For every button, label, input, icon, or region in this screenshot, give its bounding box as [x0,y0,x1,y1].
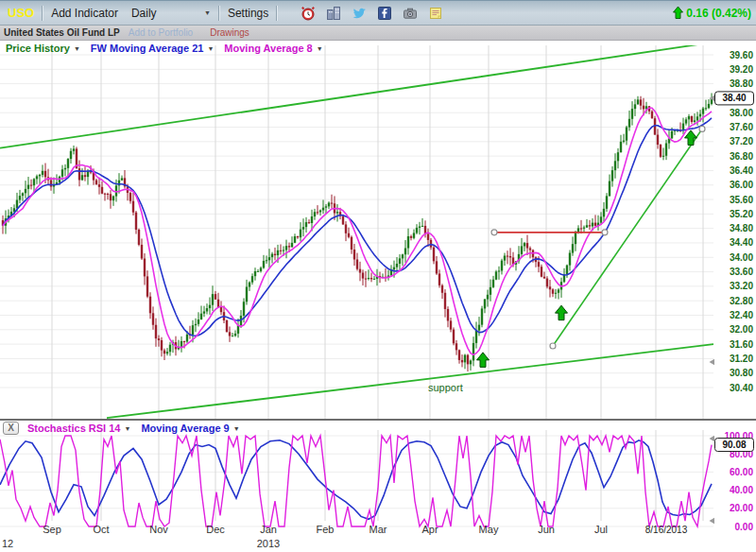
indicator-stochastics-rsi-14[interactable]: Stochastics RSI 14 ▼ [27,423,130,434]
candle-body [433,248,435,262]
candle-body [611,170,613,181]
stoch-tick-label: 40.00 [730,485,753,495]
price-tick-label: 39.20 [730,64,753,75]
settings-button[interactable]: Settings [228,7,268,20]
candle-body [402,254,404,258]
stoch-rsi-line [0,436,712,526]
drawings-link[interactable]: Drawings [210,27,249,38]
candle-body [232,336,233,336]
month-label: Jun [538,524,555,535]
chevron-down-icon: ▼ [317,45,323,52]
candle-body [336,212,338,213]
timeframe-value: Daily [131,7,157,20]
candle-body [589,225,591,226]
candle-body [302,227,304,230]
candle-body [308,222,310,223]
candle-body [351,237,352,250]
symbol-ticker[interactable]: USO [8,6,34,20]
snapshot-icon[interactable] [402,5,418,21]
indicator-label: Moving Average 9 [141,423,229,434]
candle-body [195,324,197,325]
up-arrow-annotation[interactable] [477,353,490,368]
chart-canvas[interactable]: support39.6039.2038.8038.4038.0037.6037.… [0,0,756,552]
month-label: Nov [149,524,168,535]
candle-body [699,114,701,117]
candle-body [110,194,112,200]
ma21-line[interactable] [3,118,712,336]
candle-body [628,119,630,128]
month-label: Jul [594,524,608,535]
candle-body [42,171,43,175]
candle-body [447,309,449,320]
candle-body [705,108,707,109]
symbol-bar: United States Oil Fund LP Add to Portfol… [0,26,756,41]
candle-body [25,189,26,193]
candle-body [155,325,157,338]
candle-body [696,116,698,120]
candle-body [237,325,239,334]
indicator-moving-average-8[interactable]: Moving Average 8 ▼ [224,43,322,54]
candle-body [257,271,259,272]
line-handle[interactable] [699,126,705,131]
timeframe-dropdown[interactable]: Daily ▼ [131,7,211,20]
upper-channel-line[interactable] [0,43,713,148]
candle-body [297,236,299,237]
facebook-icon[interactable] [376,5,392,21]
close-pane-button[interactable]: X [3,422,19,435]
up-arrow-annotation[interactable] [685,130,697,146]
candle-body [450,320,452,329]
candle-body [280,250,282,251]
stoch-ma9-line [0,440,712,520]
indicator-price-history[interactable]: Price History ▼ [6,43,80,54]
news-icon[interactable] [325,5,341,21]
chevron-down-icon: ▼ [233,425,240,432]
price-tick-label: 34.40 [730,237,753,248]
candle-body [665,144,667,156]
toolbar-separator [218,6,220,21]
candle-body [526,243,528,248]
candle-body [104,194,106,195]
add-indicator-button[interactable]: Add Indicator [51,7,118,20]
candle-body [39,175,41,176]
candle-body [319,210,321,212]
candle-body [475,331,477,343]
candle-body [421,226,423,227]
candle-body [294,236,296,243]
support-label[interactable]: support [428,382,463,393]
line-handle[interactable] [550,343,556,349]
candle-body [410,236,412,238]
line-handle[interactable] [602,230,608,235]
notes-icon[interactable] [427,5,443,21]
toolbar-separator [42,6,43,21]
candle-body [166,352,168,354]
indicator-moving-average-9[interactable]: Moving Average 9 ▼ [141,423,239,434]
candle-body [524,243,525,246]
price-tick-label: 33.20 [730,281,753,291]
alerts-icon[interactable] [300,5,316,21]
candle-body [229,332,231,336]
candle-body [95,181,97,185]
candle-body [507,256,508,257]
line-handle[interactable] [491,230,497,235]
indicator-fw-moving-average-21[interactable]: FW Moving Average 21 ▼ [91,43,215,54]
price-tick-label: 31.60 [730,339,753,350]
candle-body [246,287,248,302]
price-tick-label: 35.60 [730,195,753,205]
candle-body [322,208,324,211]
price-tick-label: 30.40 [730,383,753,393]
price-tick-label: 33.60 [730,267,753,277]
candle-body [583,228,585,229]
indicator-label: Moving Average 8 [224,43,312,54]
candle-body [609,181,610,197]
candle-body [220,307,222,312]
candle-body [490,287,491,295]
price-tick-label: 36.80 [730,151,753,162]
candle-body [662,156,664,157]
candle-body [427,233,429,239]
lower-channel-line[interactable] [107,344,713,418]
twitter-icon[interactable] [351,5,367,21]
add-to-portfolio-link[interactable]: Add to Portfolio [129,27,193,38]
chevron-down-icon: ▼ [207,45,214,52]
candle-body [702,109,704,114]
up-arrow-annotation[interactable] [556,305,568,320]
